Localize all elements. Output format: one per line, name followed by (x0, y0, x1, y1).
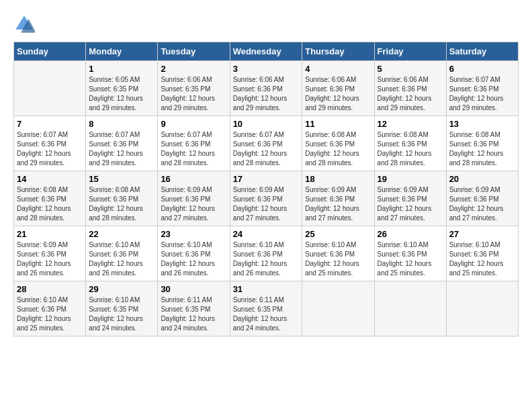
day-detail: Sunrise: 6:10 AMSunset: 6:35 PMDaylight:… (89, 295, 154, 333)
day-cell: 5Sunrise: 6:06 AMSunset: 6:36 PMDaylight… (374, 61, 446, 116)
day-cell: 30Sunrise: 6:11 AMSunset: 6:35 PMDayligh… (158, 281, 230, 336)
day-detail: Sunrise: 6:09 AMSunset: 6:36 PMDaylight:… (233, 185, 300, 223)
header-cell-saturday: Saturday (446, 42, 518, 61)
day-number: 29 (89, 284, 154, 294)
day-cell (374, 281, 446, 336)
day-cell: 2Sunrise: 6:06 AMSunset: 6:35 PMDaylight… (158, 61, 230, 116)
day-number: 14 (17, 174, 83, 184)
day-cell: 12Sunrise: 6:08 AMSunset: 6:36 PMDayligh… (374, 116, 446, 171)
day-number: 22 (89, 229, 154, 239)
day-number: 19 (378, 174, 443, 184)
day-number: 12 (378, 119, 443, 129)
week-row-4: 21Sunrise: 6:09 AMSunset: 6:36 PMDayligh… (14, 226, 519, 281)
header-cell-wednesday: Wednesday (230, 42, 302, 61)
day-detail: Sunrise: 6:07 AMSunset: 6:36 PMDaylight:… (233, 130, 300, 168)
week-row-1: 1Sunrise: 6:05 AMSunset: 6:35 PMDaylight… (14, 61, 519, 116)
day-detail: Sunrise: 6:10 AMSunset: 6:36 PMDaylight:… (378, 240, 443, 278)
week-row-5: 28Sunrise: 6:10 AMSunset: 6:36 PMDayligh… (14, 281, 519, 336)
day-cell (14, 61, 86, 116)
day-cell: 4Sunrise: 6:06 AMSunset: 6:36 PMDaylight… (302, 61, 374, 116)
day-number: 9 (161, 119, 226, 129)
day-detail: Sunrise: 6:09 AMSunset: 6:36 PMDaylight:… (161, 185, 226, 223)
week-row-2: 7Sunrise: 6:07 AMSunset: 6:36 PMDaylight… (14, 116, 519, 171)
day-cell: 19Sunrise: 6:09 AMSunset: 6:36 PMDayligh… (374, 171, 446, 226)
logo (13, 13, 38, 35)
day-cell: 31Sunrise: 6:11 AMSunset: 6:35 PMDayligh… (230, 281, 302, 336)
day-detail: Sunrise: 6:10 AMSunset: 6:36 PMDaylight:… (449, 240, 515, 278)
day-cell: 17Sunrise: 6:09 AMSunset: 6:36 PMDayligh… (230, 171, 302, 226)
day-cell: 1Sunrise: 6:05 AMSunset: 6:35 PMDaylight… (86, 61, 158, 116)
day-detail: Sunrise: 6:10 AMSunset: 6:36 PMDaylight:… (233, 240, 300, 278)
day-cell: 18Sunrise: 6:09 AMSunset: 6:36 PMDayligh… (302, 171, 374, 226)
day-detail: Sunrise: 6:08 AMSunset: 6:36 PMDaylight:… (305, 130, 371, 168)
day-cell (446, 281, 518, 336)
day-number: 18 (305, 174, 371, 184)
header-cell-monday: Monday (86, 42, 158, 61)
page-header (13, 13, 519, 35)
day-cell: 9Sunrise: 6:07 AMSunset: 6:36 PMDaylight… (158, 116, 230, 171)
day-detail: Sunrise: 6:10 AMSunset: 6:36 PMDaylight:… (89, 240, 154, 278)
day-detail: Sunrise: 6:11 AMSunset: 6:35 PMDaylight:… (233, 295, 300, 333)
header-cell-sunday: Sunday (14, 42, 86, 61)
header-cell-friday: Friday (374, 42, 446, 61)
day-cell: 27Sunrise: 6:10 AMSunset: 6:36 PMDayligh… (446, 226, 518, 281)
day-detail: Sunrise: 6:08 AMSunset: 6:36 PMDaylight:… (89, 185, 154, 223)
day-number: 24 (233, 229, 300, 239)
day-detail: Sunrise: 6:08 AMSunset: 6:36 PMDaylight:… (449, 130, 515, 168)
day-detail: Sunrise: 6:05 AMSunset: 6:35 PMDaylight:… (89, 75, 154, 113)
day-detail: Sunrise: 6:08 AMSunset: 6:36 PMDaylight:… (378, 130, 443, 168)
day-detail: Sunrise: 6:07 AMSunset: 6:36 PMDaylight:… (89, 130, 154, 168)
day-number: 5 (378, 64, 443, 74)
day-detail: Sunrise: 6:10 AMSunset: 6:36 PMDaylight:… (161, 240, 226, 278)
day-cell: 14Sunrise: 6:08 AMSunset: 6:36 PMDayligh… (14, 171, 86, 226)
day-detail: Sunrise: 6:06 AMSunset: 6:35 PMDaylight:… (161, 75, 226, 113)
day-number: 16 (161, 174, 226, 184)
day-cell: 26Sunrise: 6:10 AMSunset: 6:36 PMDayligh… (374, 226, 446, 281)
day-number: 31 (233, 284, 300, 294)
day-number: 3 (233, 64, 300, 74)
day-detail: Sunrise: 6:09 AMSunset: 6:36 PMDaylight:… (449, 185, 515, 223)
day-number: 11 (305, 119, 371, 129)
day-number: 27 (449, 229, 515, 239)
day-detail: Sunrise: 6:06 AMSunset: 6:36 PMDaylight:… (305, 75, 371, 113)
day-cell: 10Sunrise: 6:07 AMSunset: 6:36 PMDayligh… (230, 116, 302, 171)
header-cell-tuesday: Tuesday (158, 42, 230, 61)
day-cell: 11Sunrise: 6:08 AMSunset: 6:36 PMDayligh… (302, 116, 374, 171)
day-cell: 24Sunrise: 6:10 AMSunset: 6:36 PMDayligh… (230, 226, 302, 281)
day-number: 6 (449, 64, 515, 74)
day-number: 21 (17, 229, 83, 239)
day-detail: Sunrise: 6:09 AMSunset: 6:36 PMDaylight:… (305, 185, 371, 223)
calendar-header: SundayMondayTuesdayWednesdayThursdayFrid… (14, 42, 519, 61)
calendar-table: SundayMondayTuesdayWednesdayThursdayFrid… (13, 42, 519, 336)
day-cell: 13Sunrise: 6:08 AMSunset: 6:36 PMDayligh… (446, 116, 518, 171)
day-detail: Sunrise: 6:07 AMSunset: 6:36 PMDaylight:… (161, 130, 226, 168)
day-cell: 29Sunrise: 6:10 AMSunset: 6:35 PMDayligh… (86, 281, 158, 336)
calendar-body: 1Sunrise: 6:05 AMSunset: 6:35 PMDaylight… (14, 61, 519, 336)
day-cell: 15Sunrise: 6:08 AMSunset: 6:36 PMDayligh… (86, 171, 158, 226)
header-row: SundayMondayTuesdayWednesdayThursdayFrid… (14, 42, 519, 61)
day-cell: 6Sunrise: 6:07 AMSunset: 6:36 PMDaylight… (446, 61, 518, 116)
day-detail: Sunrise: 6:10 AMSunset: 6:36 PMDaylight:… (305, 240, 371, 278)
day-number: 13 (449, 119, 515, 129)
day-cell: 16Sunrise: 6:09 AMSunset: 6:36 PMDayligh… (158, 171, 230, 226)
day-number: 26 (378, 229, 443, 239)
logo-icon (13, 13, 35, 35)
day-cell: 20Sunrise: 6:09 AMSunset: 6:36 PMDayligh… (446, 171, 518, 226)
day-number: 15 (89, 174, 154, 184)
day-number: 20 (449, 174, 515, 184)
day-detail: Sunrise: 6:06 AMSunset: 6:36 PMDaylight:… (378, 75, 443, 113)
header-cell-thursday: Thursday (302, 42, 374, 61)
day-detail: Sunrise: 6:09 AMSunset: 6:36 PMDaylight:… (17, 240, 83, 278)
day-cell: 23Sunrise: 6:10 AMSunset: 6:36 PMDayligh… (158, 226, 230, 281)
day-cell: 7Sunrise: 6:07 AMSunset: 6:36 PMDaylight… (14, 116, 86, 171)
day-number: 17 (233, 174, 300, 184)
day-number: 10 (233, 119, 300, 129)
day-detail: Sunrise: 6:11 AMSunset: 6:35 PMDaylight:… (161, 295, 226, 333)
day-number: 25 (305, 229, 371, 239)
day-number: 23 (161, 229, 226, 239)
day-number: 2 (161, 64, 226, 74)
day-detail: Sunrise: 6:10 AMSunset: 6:36 PMDaylight:… (17, 295, 83, 333)
day-number: 30 (161, 284, 226, 294)
day-number: 4 (305, 64, 371, 74)
day-cell: 21Sunrise: 6:09 AMSunset: 6:36 PMDayligh… (14, 226, 86, 281)
